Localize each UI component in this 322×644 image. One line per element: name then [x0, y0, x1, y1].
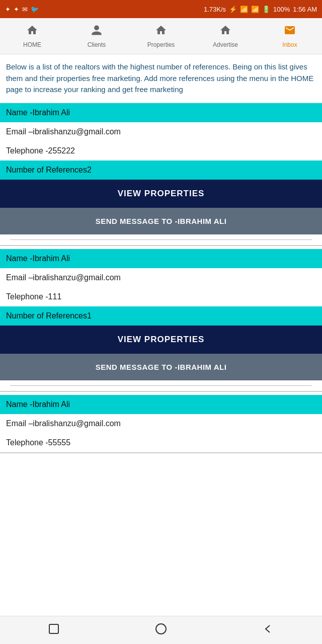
- twitter-icon: 🐦: [31, 6, 39, 13]
- realtor-card: Name -Ibrahim Ali Email –ibralishanzu@gm…: [0, 249, 322, 392]
- home-icon: [26, 24, 38, 39]
- battery-percent: 100%: [273, 6, 290, 13]
- realtor-telephone: Telephone -111: [0, 287, 322, 306]
- nav-bar: HOME Clients Properties Advertise Inbox: [0, 18, 322, 54]
- realtor-name: Name -Ibrahim Ali: [0, 395, 322, 414]
- realtor-list: Name -Ibrahim Ali Email –ibralishanzu@gm…: [0, 103, 322, 453]
- bluetooth-icon: ⚡: [229, 6, 237, 13]
- description-text: Below is a list of the realtors with the…: [0, 54, 322, 103]
- realtor-email: Email –ibralishanzu@gmail.com: [0, 414, 322, 433]
- svg-rect-0: [49, 624, 58, 633]
- view-properties-button[interactable]: VIEW PROPERTIES: [0, 180, 322, 208]
- nav-back-icon[interactable]: [262, 622, 275, 638]
- properties-icon: [155, 24, 167, 39]
- signal-icon: 📶: [251, 6, 259, 13]
- nav-properties[interactable]: Properties: [129, 18, 193, 54]
- realtor-name: Name -Ibrahim Ali: [0, 103, 322, 122]
- nav-advertise-label: Advertise: [213, 41, 238, 48]
- wifi-icon: 📶: [240, 6, 248, 13]
- nav-circle-icon[interactable]: [154, 622, 168, 638]
- realtor-telephone: Telephone -55555: [0, 433, 322, 452]
- svg-point-1: [156, 624, 166, 634]
- advertise-icon: [219, 24, 231, 39]
- send-message-button[interactable]: SEND MESSAGE TO -IBRAHIM ALI: [0, 354, 322, 380]
- nav-inbox-label: Inbox: [282, 41, 297, 48]
- card-divider: [10, 239, 312, 240]
- inbox-icon: [284, 24, 296, 39]
- realtor-email: Email –ibralishanzu@gmail.com: [0, 122, 322, 141]
- card-divider: [10, 385, 312, 386]
- realtor-references: Number of References1: [0, 306, 322, 326]
- vk-icon: ✦: [5, 6, 11, 13]
- mail-icon: ✉: [22, 6, 28, 13]
- nav-home[interactable]: HOME: [0, 18, 64, 54]
- nav-clients-label: Clients: [88, 41, 106, 48]
- nav-inbox[interactable]: Inbox: [258, 18, 322, 54]
- nav-home-label: HOME: [23, 41, 41, 48]
- clients-icon: [91, 24, 103, 39]
- realtor-card: Name -Ibrahim Ali Email –ibralishanzu@gm…: [0, 395, 322, 453]
- nav-square-icon[interactable]: [47, 622, 60, 638]
- realtor-email: Email –ibralishanzu@gmail.com: [0, 268, 322, 287]
- realtor-telephone: Telephone -255222: [0, 141, 322, 160]
- status-bar: ✦ ✦ ✉ 🐦 1.73K/s ⚡ 📶 📶 🔋 100% 1:56 AM: [0, 0, 322, 18]
- realtor-name: Name -Ibrahim Ali: [0, 249, 322, 268]
- realtor-card: Name -Ibrahim Ali Email –ibralishanzu@gm…: [0, 103, 322, 246]
- phone-icon: ✦: [14, 6, 19, 13]
- status-info: 1.73K/s ⚡ 📶 📶 🔋 100% 1:56 AM: [204, 6, 317, 13]
- send-message-button[interactable]: SEND MESSAGE TO -IBRAHIM ALI: [0, 208, 322, 234]
- network-speed: 1.73K/s: [204, 6, 226, 13]
- nav-clients[interactable]: Clients: [64, 18, 129, 54]
- bottom-nav: [0, 616, 322, 644]
- realtor-references: Number of References2: [0, 160, 322, 180]
- status-icons: ✦ ✦ ✉ 🐦: [5, 6, 39, 13]
- content-area: Below is a list of the realtors with the…: [0, 54, 322, 487]
- nav-properties-label: Properties: [147, 41, 175, 48]
- view-properties-button[interactable]: VIEW PROPERTIES: [0, 326, 322, 354]
- nav-advertise[interactable]: Advertise: [193, 18, 258, 54]
- clock: 1:56 AM: [293, 6, 317, 13]
- battery-icon: 🔋: [262, 6, 270, 13]
